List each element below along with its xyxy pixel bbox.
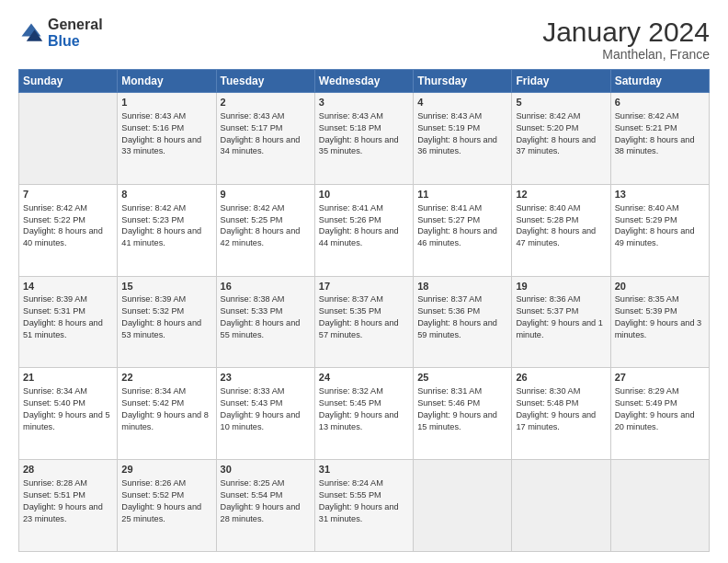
calendar-day-cell: 3Sunrise: 8:43 AMSunset: 5:18 PMDaylight… [314,93,413,185]
calendar-day-cell: 8Sunrise: 8:42 AMSunset: 5:23 PMDaylight… [118,184,216,276]
day-info: Sunrise: 8:30 AMSunset: 5:48 PMDaylight:… [516,385,606,433]
day-number: 22 [121,371,211,385]
calendar-day-cell: 13Sunrise: 8:40 AMSunset: 5:29 PMDayligh… [610,184,709,276]
calendar-day-cell: 23Sunrise: 8:33 AMSunset: 5:43 PMDayligh… [216,368,314,460]
day-number: 26 [516,371,606,385]
title-block: January 2024 Manthelan, France [542,17,710,62]
calendar-header-tuesday: Tuesday [216,70,314,93]
calendar-day-cell: 1Sunrise: 8:43 AMSunset: 5:16 PMDaylight… [118,93,216,185]
calendar-day-cell: 19Sunrise: 8:36 AMSunset: 5:37 PMDayligh… [512,276,610,368]
day-info: Sunrise: 8:37 AMSunset: 5:36 PMDaylight:… [417,293,507,341]
day-info: Sunrise: 8:28 AMSunset: 5:51 PMDaylight:… [23,477,113,525]
calendar-day-cell: 21Sunrise: 8:34 AMSunset: 5:40 PMDayligh… [19,368,118,460]
day-info: Sunrise: 8:43 AMSunset: 5:17 PMDaylight:… [221,110,311,158]
day-number: 17 [319,280,409,293]
calendar-day-cell: 20Sunrise: 8:35 AMSunset: 5:39 PMDayligh… [610,276,709,368]
day-number: 13 [615,188,705,201]
day-info: Sunrise: 8:39 AMSunset: 5:32 PMDaylight:… [121,293,211,341]
day-info: Sunrise: 8:25 AMSunset: 5:54 PMDaylight:… [221,477,311,525]
day-number: 3 [319,96,409,109]
logo-general: General [48,17,103,32]
day-info: Sunrise: 8:24 AMSunset: 5:55 PMDaylight:… [319,477,409,525]
day-number: 6 [615,96,705,109]
day-number: 21 [23,371,113,385]
header: General Blue January 2024 Manthelan, Fra… [18,17,710,62]
calendar-day-cell: 30Sunrise: 8:25 AMSunset: 5:54 PMDayligh… [216,460,314,552]
calendar-day-cell: 31Sunrise: 8:24 AMSunset: 5:55 PMDayligh… [314,460,413,552]
calendar-day-cell: 16Sunrise: 8:38 AMSunset: 5:33 PMDayligh… [216,276,314,368]
calendar-day-cell: 2Sunrise: 8:43 AMSunset: 5:17 PMDaylight… [216,93,314,185]
calendar-day-cell: 14Sunrise: 8:39 AMSunset: 5:31 PMDayligh… [19,276,118,368]
logo: General Blue [18,17,103,49]
main-title: January 2024 [542,17,710,47]
day-info: Sunrise: 8:41 AMSunset: 5:27 PMDaylight:… [417,202,507,250]
day-info: Sunrise: 8:31 AMSunset: 5:46 PMDaylight:… [417,385,507,433]
day-info: Sunrise: 8:37 AMSunset: 5:35 PMDaylight:… [319,293,409,341]
day-number: 30 [221,463,311,477]
day-number: 1 [121,96,211,109]
calendar-day-cell: 24Sunrise: 8:32 AMSunset: 5:45 PMDayligh… [314,368,413,460]
calendar-day-cell [19,93,118,185]
calendar-header-friday: Friday [512,70,610,93]
calendar-day-cell: 6Sunrise: 8:42 AMSunset: 5:21 PMDaylight… [610,93,709,185]
day-info: Sunrise: 8:26 AMSunset: 5:52 PMDaylight:… [121,477,211,525]
calendar-day-cell: 25Sunrise: 8:31 AMSunset: 5:46 PMDayligh… [414,368,512,460]
day-info: Sunrise: 8:29 AMSunset: 5:49 PMDaylight:… [615,385,705,433]
day-info: Sunrise: 8:42 AMSunset: 5:25 PMDaylight:… [221,202,311,250]
day-info: Sunrise: 8:32 AMSunset: 5:45 PMDaylight:… [319,385,409,433]
day-info: Sunrise: 8:42 AMSunset: 5:22 PMDaylight:… [23,202,113,250]
calendar-header-row: SundayMondayTuesdayWednesdayThursdayFrid… [19,70,710,93]
calendar-day-cell [610,460,709,552]
calendar-day-cell: 27Sunrise: 8:29 AMSunset: 5:49 PMDayligh… [610,368,709,460]
calendar-week-row: 21Sunrise: 8:34 AMSunset: 5:40 PMDayligh… [19,368,710,460]
day-number: 19 [516,280,606,293]
day-number: 2 [221,96,311,109]
day-info: Sunrise: 8:42 AMSunset: 5:21 PMDaylight:… [615,110,705,158]
calendar-week-row: 7Sunrise: 8:42 AMSunset: 5:22 PMDaylight… [19,184,710,276]
day-number: 12 [516,188,606,201]
day-number: 28 [23,463,113,477]
calendar-week-row: 14Sunrise: 8:39 AMSunset: 5:31 PMDayligh… [19,276,710,368]
day-number: 4 [417,96,507,109]
day-info: Sunrise: 8:38 AMSunset: 5:33 PMDaylight:… [221,293,311,341]
calendar-header-saturday: Saturday [610,70,709,93]
day-number: 15 [121,280,211,293]
day-info: Sunrise: 8:43 AMSunset: 5:18 PMDaylight:… [319,110,409,158]
calendar-day-cell: 26Sunrise: 8:30 AMSunset: 5:48 PMDayligh… [512,368,610,460]
day-info: Sunrise: 8:39 AMSunset: 5:31 PMDaylight:… [23,293,113,341]
day-number: 7 [23,188,113,201]
calendar-week-row: 1Sunrise: 8:43 AMSunset: 5:16 PMDaylight… [19,93,710,185]
day-info: Sunrise: 8:43 AMSunset: 5:16 PMDaylight:… [121,110,211,158]
day-number: 20 [615,280,705,293]
calendar-day-cell [512,460,610,552]
day-info: Sunrise: 8:42 AMSunset: 5:20 PMDaylight:… [516,110,606,158]
calendar-day-cell: 9Sunrise: 8:42 AMSunset: 5:25 PMDaylight… [216,184,314,276]
calendar-day-cell: 4Sunrise: 8:43 AMSunset: 5:19 PMDaylight… [414,93,512,185]
day-info: Sunrise: 8:43 AMSunset: 5:19 PMDaylight:… [417,110,507,158]
day-info: Sunrise: 8:34 AMSunset: 5:40 PMDaylight:… [23,385,113,433]
calendar-header-sunday: Sunday [19,70,118,93]
day-number: 14 [23,280,113,293]
day-number: 18 [417,280,507,293]
calendar-header-wednesday: Wednesday [314,70,413,93]
calendar-day-cell: 12Sunrise: 8:40 AMSunset: 5:28 PMDayligh… [512,184,610,276]
day-number: 23 [221,371,311,385]
calendar-day-cell: 10Sunrise: 8:41 AMSunset: 5:26 PMDayligh… [314,184,413,276]
calendar-table: SundayMondayTuesdayWednesdayThursdayFrid… [18,69,710,552]
day-number: 10 [319,188,409,201]
day-number: 5 [516,96,606,109]
calendar-day-cell: 17Sunrise: 8:37 AMSunset: 5:35 PMDayligh… [314,276,413,368]
day-info: Sunrise: 8:35 AMSunset: 5:39 PMDaylight:… [615,293,705,341]
day-info: Sunrise: 8:36 AMSunset: 5:37 PMDaylight:… [516,293,606,341]
logo-text: General Blue [48,17,103,49]
day-info: Sunrise: 8:33 AMSunset: 5:43 PMDaylight:… [221,385,311,433]
calendar-day-cell: 22Sunrise: 8:34 AMSunset: 5:42 PMDayligh… [118,368,216,460]
day-number: 24 [319,371,409,385]
day-info: Sunrise: 8:34 AMSunset: 5:42 PMDaylight:… [121,385,211,433]
calendar-day-cell: 15Sunrise: 8:39 AMSunset: 5:32 PMDayligh… [118,276,216,368]
day-number: 29 [121,463,211,477]
subtitle: Manthelan, France [542,47,710,62]
day-number: 25 [417,371,507,385]
calendar-day-cell: 29Sunrise: 8:26 AMSunset: 5:52 PMDayligh… [118,460,216,552]
calendar-header-thursday: Thursday [414,70,512,93]
